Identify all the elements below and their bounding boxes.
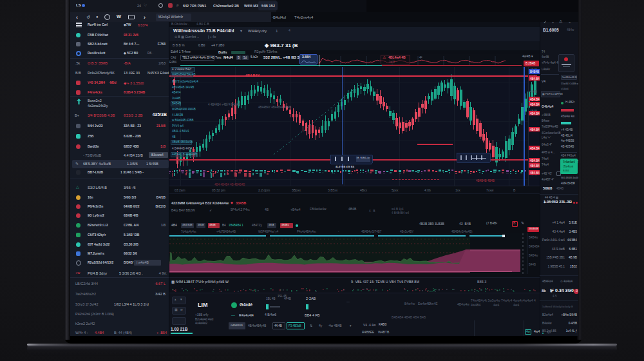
svg-text:4Bxx: 4Bxx [360,188,368,192]
svg-text:3:B5xx: 3:B5xx [328,188,338,192]
svg-text:4B4.B4: 4B4.B4 [530,171,540,175]
svg-text:4L4YBB 4’B B4: 4L4YBB 4’B B4 [336,165,355,168]
svg-text:4B4.B4: 4B4.B4 [530,112,540,115]
svg-text:4B4B: 4B4B [530,90,537,93]
svg-text:5pxx: 5pxx [392,188,399,192]
svg-text:7xxw: 7xxw [486,188,494,192]
svg-text:4B4.B4: 4B4.B4 [530,77,540,81]
svg-text:4B4.B4: 4B4.B4 [530,159,540,162]
svg-text:4B4.B4: 4B4.B4 [530,164,540,168]
svg-text:2.2 dpm: 2.2 dpm [258,188,270,192]
svg-text:4B4B4B 4B4B: 4B4B4B 4B4B [476,179,495,182]
svg-text:5B³ B4B4L4w: 5B³ B4B4L4w [356,157,370,159]
svg-text:03:2am: 03:2am [175,188,185,192]
svg-text:1xx: 1xx [455,188,460,192]
svg-text:4B4.B4: 4B4.B4 [530,147,540,150]
svg-text:05:32 pm: 05:32 pm [212,188,225,192]
svg-text:4B4.B4: 4B4.B4 [530,98,540,101]
svg-text:4B4.B4: 4B4.B4 [530,128,540,132]
svg-text:B4B4B: B4B4B [530,70,539,73]
svg-text:4B4.B4: 4B4.B4 [530,103,540,106]
svg-text:4:0b: 4:0b [424,188,431,192]
svg-text:3Bpxx: 3Bpxx [292,188,301,192]
